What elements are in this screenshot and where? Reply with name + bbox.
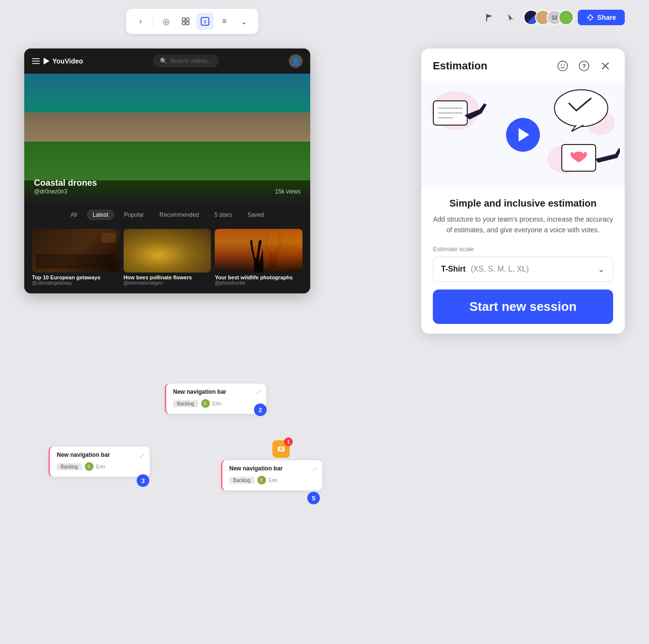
cursor-icon[interactable]: [502, 9, 520, 26]
filter-tab-latest[interactable]: Latest: [87, 209, 114, 220]
smiley-icon[interactable]: [555, 58, 570, 74]
start-session-button[interactable]: Start new session: [433, 290, 613, 324]
filter-tab-all[interactable]: All: [65, 209, 83, 220]
scale-select-wrapper: T-Shirt (XS, S, M, L, XL) ⌄: [433, 257, 613, 282]
card-tag: Backlog: [57, 463, 82, 470]
expand-icon[interactable]: ⤢: [312, 465, 317, 473]
card-title: New navigation bar: [173, 388, 259, 395]
svg-text:?: ?: [582, 63, 586, 70]
card-tag: Backlog: [173, 400, 198, 407]
panel-title: Estimation: [433, 60, 487, 72]
svg-rect-3: [186, 22, 189, 25]
logo-play-icon: [44, 58, 49, 64]
filter-tab-5stars[interactable]: 5 stars: [208, 209, 237, 220]
svg-rect-1: [186, 18, 189, 21]
canvas-card-3: New navigation bar Backlog E Erin ⤢: [48, 446, 150, 477]
canvas-card-2: New navigation bar Backlog E Erin ⤢: [165, 383, 267, 414]
card-user-avatar: E: [201, 399, 210, 408]
panel-header-icons: ?: [555, 58, 613, 74]
filter-tabs: All Latest Popular Recommended 5 stars S…: [24, 205, 310, 225]
svg-rect-0: [182, 18, 185, 21]
video-thumb-3: [215, 229, 302, 273]
panel-header: Estimation ?: [421, 48, 625, 81]
card-title: New navigation bar: [57, 451, 143, 458]
notification-icon: 1: [272, 440, 290, 458]
toolbar-more-icon[interactable]: ⌄: [235, 13, 253, 30]
user-avatar[interactable]: 👤: [289, 54, 302, 68]
speech-bubble-illustration: [547, 89, 610, 132]
svg-point-9: [561, 64, 562, 65]
video-app-mockup: YouVideo 🔍 Search videos... 👤 Coastal dr…: [24, 48, 310, 293]
close-icon[interactable]: [598, 58, 613, 74]
hand-heart-right-illustration: [552, 137, 620, 181]
card-tags: Backlog E Erin: [57, 462, 143, 471]
panel-description: Add structure to your team's process, in…: [433, 214, 613, 236]
estimation-panel: Estimation ?: [421, 48, 625, 334]
hero-caption: Coastal drones @dr0nez0n3: [34, 178, 97, 195]
chevron-down-icon: ⌄: [598, 264, 605, 274]
filter-tab-saved[interactable]: Saved: [241, 209, 269, 220]
svg-point-7: [588, 16, 592, 19]
card-badge-5: 5: [307, 492, 320, 504]
notification-badge: 1: [284, 437, 293, 446]
filter-tab-recommended[interactable]: Recommended: [154, 209, 205, 220]
video-card-1[interactable]: Top 10 European getaways @ultimategetawa…: [32, 229, 120, 286]
expand-icon[interactable]: ⤢: [255, 388, 261, 396]
panel-body: Simple and inclusive estimation Add stru…: [421, 188, 625, 334]
svg-point-10: [564, 64, 565, 65]
notification-wrapper: 1: [272, 440, 290, 458]
search-bar[interactable]: 🔍 Search videos...: [153, 55, 219, 67]
hero-views: 15k views: [275, 188, 301, 195]
canvas-card-5: New navigation bar Backlog E Erin ⤢: [221, 460, 323, 491]
svg-point-8: [558, 61, 568, 71]
card-title: New navigation bar: [229, 465, 316, 472]
flag-icon[interactable]: [481, 9, 498, 26]
illustration-area: [421, 81, 625, 188]
video-card-2[interactable]: How bees pollinate flowers @internationa…: [124, 229, 211, 286]
avatar: [558, 10, 574, 25]
card-badge-2: 2: [254, 403, 267, 416]
avatar-stack: 12: [523, 10, 574, 25]
video-thumb-2: [124, 229, 211, 273]
hero-image: Coastal drones @dr0nez0n3 15k views: [24, 74, 310, 205]
main-toolbar: › ◎ 3 ≡ ⌄: [126, 9, 258, 34]
hand-doc-left-illustration: [431, 91, 489, 140]
card-tags: Backlog E Erin: [229, 476, 316, 484]
hamburger-menu[interactable]: [32, 58, 40, 64]
play-button-illustration: [506, 118, 540, 152]
panel-headline: Simple and inclusive estimation: [433, 198, 613, 209]
filter-tab-popular[interactable]: Popular: [118, 209, 150, 220]
toolbar-timer-icon[interactable]: ◎: [158, 13, 175, 30]
scale-label: Estimate scale: [433, 245, 613, 253]
search-icon: 🔍: [160, 58, 167, 64]
card-badge-3: 3: [137, 474, 149, 487]
video-card-3[interactable]: Your best wildlife photographs @photohun…: [215, 229, 302, 286]
share-button[interactable]: Share: [578, 10, 625, 25]
right-toolbar: 12 Share: [481, 9, 625, 26]
toolbar-notes-icon[interactable]: ≡: [216, 13, 233, 30]
help-icon[interactable]: ?: [576, 58, 592, 74]
toolbar-back-icon[interactable]: ›: [132, 13, 149, 30]
video-grid: Top 10 European getaways @ultimategetawa…: [24, 225, 310, 293]
video-thumb-1: [32, 229, 120, 273]
card-user-avatar: E: [257, 476, 266, 484]
svg-text:3: 3: [204, 19, 206, 24]
app-logo: YouVideo: [44, 57, 83, 65]
expand-icon[interactable]: ⤢: [139, 451, 145, 459]
card-tag: Backlog: [229, 477, 254, 484]
svg-point-19: [554, 90, 608, 127]
toolbar-estimation-icon[interactable]: 3: [196, 13, 214, 30]
toolbar-frame-icon[interactable]: [177, 13, 194, 30]
card-user-avatar: E: [85, 462, 94, 471]
scale-select-display[interactable]: T-Shirt (XS, S, M, L, XL) ⌄: [433, 257, 613, 282]
card-tags: Backlog E Erin: [173, 399, 259, 408]
app-header: YouVideo 🔍 Search videos... 👤: [24, 48, 310, 74]
toolbar-separator: [153, 16, 154, 27]
svg-rect-2: [182, 22, 185, 25]
